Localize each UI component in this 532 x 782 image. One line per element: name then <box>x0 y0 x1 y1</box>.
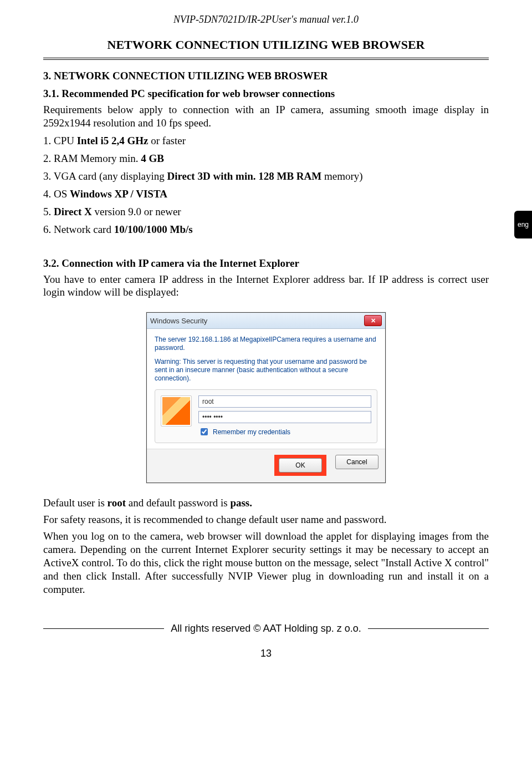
spec-num: 6. <box>43 224 54 235</box>
spec-num: 2. <box>43 153 54 164</box>
username-field[interactable] <box>198 395 371 408</box>
spec-bold: Direct 3D with min. 128 MB RAM <box>167 170 321 182</box>
dialog-footer: OK Cancel <box>147 449 385 483</box>
spec-item-4: 4. OS Windows XP / VISTA <box>43 187 489 201</box>
dialog-body: The server 192.168.1.186 at MegapixelIPC… <box>147 329 385 449</box>
t-mid: and default password is <box>126 497 230 509</box>
spec-bold: Direct X <box>54 206 92 217</box>
dialog-titlebar: Windows Security ✕ <box>147 313 385 329</box>
t-pass: pass. <box>230 497 252 509</box>
spec-num: 4. <box>43 188 54 200</box>
section-3-2-title: 3.2. Connection with IP camera via the I… <box>43 257 489 270</box>
spec-pre: OS <box>54 188 70 200</box>
page-number: 13 <box>43 648 489 659</box>
footer-copyright: All rights reserved © AAT Holding sp. z … <box>171 623 361 634</box>
spec-num: 5. <box>43 206 54 217</box>
dialog-screenshot: Windows Security ✕ The server 192.168.1.… <box>43 312 489 483</box>
spec-post: version 9.0 or newer <box>92 206 181 217</box>
section-3-1-intro: Requirements below apply to connection w… <box>43 103 489 130</box>
cancel-button[interactable]: Cancel <box>335 455 378 469</box>
t-before: Default user is <box>43 497 108 509</box>
safety-text: For safety reasons, it is recommended to… <box>43 513 489 526</box>
spec-item-1: 1. CPU Intel i5 2,4 GHz or faster <box>43 134 489 148</box>
applet-text: When you log on to the camera, web brows… <box>43 530 489 596</box>
t-root: root <box>108 497 126 509</box>
password-field[interactable] <box>198 411 371 423</box>
spec-item-6: 6. Network card 10/100/1000 Mb/s <box>43 223 489 236</box>
spec-item-2: 2. RAM Memory min. 4 GB <box>43 152 489 165</box>
remember-label: Remember my credentials <box>213 428 290 436</box>
dialog-message-1: The server 192.168.1.186 at MegapixelIPC… <box>155 336 377 352</box>
spec-bold: Intel i5 2,4 GHz <box>77 135 149 146</box>
double-rule <box>43 58 489 60</box>
spec-bold: Windows XP / VISTA <box>70 188 167 200</box>
credential-fields: Remember my credentials <box>198 395 371 437</box>
windows-security-dialog: Windows Security ✕ The server 192.168.1.… <box>146 312 386 483</box>
ok-highlight-box: OK <box>274 455 326 476</box>
user-avatar-icon <box>161 395 192 426</box>
chapter-title: NETWORK CONNECTION UTILIZING WEB BROWSER <box>43 38 489 52</box>
spec-post: or faster <box>149 135 186 146</box>
section-3-1-title: 3.1. Recommended PC specification for we… <box>43 88 489 100</box>
ok-button[interactable]: OK <box>279 458 322 473</box>
footer-rule-right <box>368 628 489 629</box>
default-credentials-text: Default user is root and default passwor… <box>43 496 489 510</box>
spec-pre: CPU <box>54 135 77 146</box>
close-button[interactable]: ✕ <box>364 315 382 326</box>
credentials-box: Remember my credentials <box>155 389 377 443</box>
remember-row: Remember my credentials <box>198 426 371 437</box>
spec-item-3: 3. VGA card (any displaying Direct 3D wi… <box>43 170 489 183</box>
spec-pre: RAM Memory min. <box>54 153 141 164</box>
section-3-title: 3. NETWORK CONNECTION UTILIZING WEB BROS… <box>43 70 489 82</box>
section-3-2-intro: You have to enter camera IP address in t… <box>43 273 489 299</box>
spec-bold: 4 GB <box>141 153 164 164</box>
language-tab: eng <box>514 211 532 238</box>
doc-header: NVIP-5DN7021D/IR-2PUser's manual ver.1.0 <box>43 14 489 26</box>
spec-num: 1. <box>43 135 54 146</box>
spec-bold: 10/100/1000 Mb/s <box>114 224 193 235</box>
footer-row: All rights reserved © AAT Holding sp. z … <box>43 623 489 634</box>
spec-post: memory) <box>321 170 362 182</box>
close-icon: ✕ <box>371 317 376 324</box>
spec-pre: Network card <box>54 224 114 235</box>
dialog-title: Windows Security <box>150 317 364 325</box>
footer-rule-left <box>43 628 164 629</box>
spec-item-5: 5. Direct X version 9.0 or newer <box>43 205 489 219</box>
dialog-message-2: Warning: This server is requesting that … <box>155 358 377 383</box>
spec-num: 3. <box>43 170 54 182</box>
remember-checkbox[interactable] <box>201 428 208 435</box>
spec-pre: VGA card (any displaying <box>54 170 167 182</box>
